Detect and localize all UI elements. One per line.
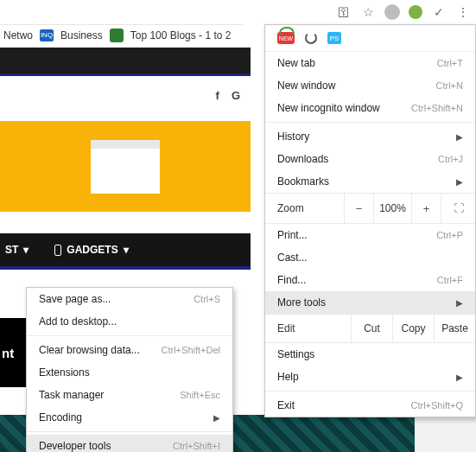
footer-patch [415, 415, 476, 452]
extensions-row: NEW PS [265, 25, 475, 52]
globe-icon[interactable] [384, 4, 400, 20]
menu-separator [265, 122, 475, 123]
menu-label: New tab [277, 57, 315, 69]
zoom-out-button[interactable]: − [344, 194, 373, 223]
menu-downloads[interactable]: Downloads Ctrl+J [265, 148, 475, 170]
leaf-icon[interactable] [409, 5, 422, 19]
menu-exit[interactable]: Exit Ctrl+Shift+Q [265, 394, 475, 417]
banner [0, 121, 251, 212]
chevron-right-icon: ▶ [213, 413, 220, 423]
bookmarks-bar: Netwo INQ Business Top 100 Blogs - 1 to … [0, 24, 243, 45]
extension-new-icon[interactable]: NEW [277, 32, 295, 44]
chevron-right-icon: ▶ [456, 132, 463, 142]
header-strip [0, 48, 251, 73]
nav-label: GADGETS [67, 244, 117, 256]
menu-label: New incognito window [277, 102, 380, 114]
menu-new-tab[interactable]: New tab Ctrl+T [265, 52, 475, 74]
menu-zoom-row: Zoom − 100% + [265, 193, 475, 224]
window-thumbnail [91, 140, 160, 194]
shortcut: Ctrl+J [438, 154, 463, 164]
menu-label: Task manager [39, 389, 104, 401]
google-icon[interactable]: G [232, 89, 240, 102]
menu-label: Help [277, 371, 299, 383]
edit-label: Edit [265, 322, 351, 334]
submenu-save-page[interactable]: Save page as... Ctrl+S [27, 288, 232, 310]
shortcut: Ctrl+Shift+Del [162, 345, 220, 355]
paste-button[interactable]: Paste [434, 315, 475, 342]
menu-cast[interactable]: Cast... [265, 246, 475, 269]
menu-label: Clear browsing data... [39, 344, 140, 356]
menu-separator [27, 431, 232, 432]
tile-text: nt [2, 346, 14, 360]
fullscreen-icon [454, 202, 464, 214]
browser-toolbar: ⚿ ☆ ✓ ⋮ [336, 0, 476, 24]
article-tile: nt [0, 318, 26, 387]
menu-label: New window [277, 80, 335, 92]
facebook-icon[interactable]: f [216, 89, 219, 102]
menu-incognito[interactable]: New incognito window Ctrl+Shift+N [265, 97, 475, 119]
menu-edit-row: Edit Cut Copy Paste [265, 314, 475, 343]
menu-bookmarks[interactable]: Bookmarks ▶ [265, 170, 475, 193]
menu-label: Bookmarks [277, 175, 329, 188]
more-tools-submenu: Save page as... Ctrl+S Add to desktop...… [26, 287, 233, 452]
submenu-encoding[interactable]: Encoding ▶ [27, 406, 232, 429]
chevron-right-icon: ▶ [456, 298, 463, 308]
kebab-menu-icon[interactable]: ⋮ [455, 4, 471, 20]
menu-settings[interactable]: Settings [265, 343, 475, 366]
phone-icon [54, 245, 61, 256]
social-row: f G [0, 82, 251, 108]
menu-separator [27, 335, 232, 336]
menu-more-tools[interactable]: More tools ▶ [265, 291, 475, 314]
shortcut: Ctrl+Shift+I [173, 441, 220, 451]
submenu-clear-data[interactable]: Clear browsing data... Ctrl+Shift+Del [27, 339, 232, 361]
shortcut: Ctrl+P [436, 230, 463, 240]
nav-item-st[interactable]: ST ▾ [5, 244, 29, 256]
menu-help[interactable]: Help ▶ [265, 366, 475, 388]
menu-label: Save page as... [39, 293, 111, 305]
key-icon[interactable]: ⚿ [336, 4, 352, 20]
copy-button[interactable]: Copy [392, 315, 434, 342]
menu-find[interactable]: Find... Ctrl+F [265, 269, 475, 291]
shortcut: Shift+Esc [180, 390, 220, 400]
star-icon[interactable]: ☆ [360, 4, 376, 20]
blog-icon [110, 29, 124, 42]
bookmark-item[interactable]: Netwo [3, 29, 33, 41]
menu-print[interactable]: Print... Ctrl+P [265, 224, 475, 246]
zoom-value: 100% [373, 194, 411, 223]
site-nav: ST ▾ GADGETS ▾ [0, 233, 251, 266]
nav-label: ST [5, 244, 18, 256]
bookmark-item[interactable]: Business [60, 29, 103, 41]
zoom-in-button[interactable]: + [411, 194, 441, 223]
inq-icon: INQ [40, 29, 54, 41]
menu-label: More tools [277, 296, 326, 309]
menu-label: Add to desktop... [39, 315, 117, 328]
zoom-label: Zoom [265, 202, 344, 214]
fullscreen-button[interactable] [441, 194, 475, 223]
separator [0, 266, 251, 270]
shortcut: Ctrl+T [437, 58, 463, 68]
menu-label: History [277, 131, 309, 143]
menu-label: Find... [277, 274, 306, 286]
menu-label: Exit [277, 399, 295, 411]
extension-ps-icon[interactable]: PS [327, 32, 341, 44]
shortcut: Ctrl+Shift+N [411, 103, 463, 113]
menu-new-window[interactable]: New window Ctrl+N [265, 74, 475, 97]
extension-sync-icon[interactable] [305, 32, 317, 44]
nav-item-gadgets[interactable]: GADGETS ▾ [54, 244, 128, 256]
shortcut: Ctrl+S [194, 294, 220, 304]
submenu-task-manager[interactable]: Task manager Shift+Esc [27, 384, 232, 406]
bookmark-item[interactable]: Top 100 Blogs - 1 to 2 [130, 29, 232, 41]
chrome-main-menu: NEW PS New tab Ctrl+T New window Ctrl+N … [264, 24, 476, 417]
submenu-developer-tools[interactable]: Developer tools Ctrl+Shift+I [27, 435, 232, 452]
submenu-add-desktop[interactable]: Add to desktop... [27, 310, 232, 333]
chevron-down-icon: ▾ [124, 244, 129, 256]
menu-history[interactable]: History ▶ [265, 125, 475, 148]
separator [0, 73, 251, 76]
shortcut: Ctrl+Shift+Q [410, 400, 463, 411]
check-icon[interactable]: ✓ [431, 4, 447, 20]
menu-label: Downloads [277, 153, 328, 165]
menu-label: Settings [277, 348, 314, 360]
submenu-extensions[interactable]: Extensions [27, 361, 232, 384]
menu-label: Cast... [277, 251, 308, 264]
cut-button[interactable]: Cut [351, 315, 392, 342]
